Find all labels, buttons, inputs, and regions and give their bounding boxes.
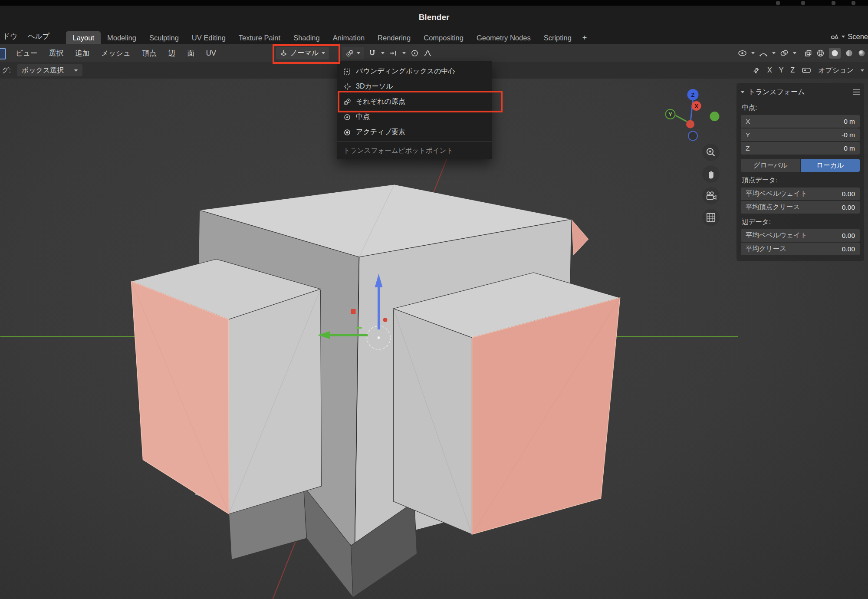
snap-target-icon[interactable] <box>389 49 398 57</box>
menu-select[interactable]: 選択 <box>49 49 63 58</box>
tab-modeling[interactable]: Modeling <box>101 31 143 44</box>
selected-face-sliver[interactable] <box>572 220 589 255</box>
camera-view-icon[interactable] <box>702 187 720 204</box>
field-value: 0.00 <box>842 204 855 211</box>
tab-compositing[interactable]: Compositing <box>417 31 470 44</box>
chevron-down-icon[interactable] <box>793 52 796 54</box>
scene-selector[interactable]: Scene <box>830 32 868 41</box>
median-point-icon <box>343 113 351 121</box>
mean-vertex-crease-field[interactable]: 平均頂点クリース 0.00 <box>741 201 860 214</box>
material-icon[interactable] <box>845 49 853 57</box>
menu-vertex[interactable]: 頂点 <box>142 49 157 58</box>
tab-scripting[interactable]: Scripting <box>537 31 578 44</box>
system-tray-icon[interactable] <box>776 1 780 5</box>
tool-settings-right: X Y Z オプション <box>752 66 864 75</box>
copy-icon[interactable] <box>804 49 812 57</box>
menu-item-individual-origins[interactable]: それぞれの原点 <box>337 94 492 109</box>
nav-z-label: Z <box>691 92 695 98</box>
edge-mean-crease-field[interactable]: 平均クリース 0.00 <box>741 243 860 255</box>
system-tray-icon[interactable] <box>832 1 835 5</box>
mirror-y-button[interactable]: Y <box>779 66 784 74</box>
menu-mesh[interactable]: メッシュ <box>101 49 131 58</box>
chevron-down-icon <box>322 52 325 54</box>
menu-item-median-point[interactable]: 中点 <box>337 109 492 125</box>
menu-uv[interactable]: UV <box>206 49 216 57</box>
add-workspace-button[interactable]: + <box>578 31 592 44</box>
tab-layout[interactable]: Layout <box>66 31 101 44</box>
tab-uv-editing[interactable]: UV Editing <box>185 31 232 44</box>
wireframe-icon[interactable] <box>816 49 825 57</box>
nav-ball-x-neg[interactable] <box>686 120 694 128</box>
options-dropdown[interactable]: オプション <box>818 66 854 75</box>
tab-animation[interactable]: Animation <box>326 31 371 44</box>
chevron-down-icon[interactable] <box>861 69 864 72</box>
viewport-menus: ビュー 選択 追加 メッシュ 頂点 辺 面 UV <box>16 44 216 62</box>
menu-edge[interactable]: 辺 <box>168 49 176 58</box>
tab-shading[interactable]: Shading <box>287 31 326 44</box>
magnet-icon[interactable] <box>368 49 376 57</box>
solid-shading-active[interactable] <box>829 48 841 59</box>
gizmo-arc-icon[interactable] <box>759 50 768 57</box>
overlay-spheres-icon[interactable] <box>780 49 789 57</box>
system-tray-icon[interactable] <box>852 1 855 5</box>
field-value: 0.00 <box>842 232 855 240</box>
edge-mean-bevel-weight-field[interactable]: 平均ベベルウェイト 0.00 <box>741 229 860 242</box>
mirror-icon[interactable] <box>752 66 760 75</box>
median-y-field[interactable]: Y -0 m <box>741 128 860 141</box>
falloff-curve-icon[interactable] <box>424 49 432 57</box>
menu-separator <box>337 142 492 142</box>
menu-face[interactable]: 面 <box>187 49 194 58</box>
grid-ortho-icon[interactable] <box>702 209 720 226</box>
topbar: ドウ ヘルプ Layout Modeling Sculpting UV Edit… <box>0 29 868 44</box>
tab-sculpting[interactable]: Sculpting <box>143 31 185 44</box>
chevron-down-icon[interactable] <box>381 52 385 54</box>
menu-help[interactable]: ヘルプ <box>28 32 50 41</box>
chevron-down-icon[interactable] <box>402 52 406 54</box>
menu-view[interactable]: ビュー <box>16 49 37 58</box>
menu-item-bounding-box-center[interactable]: バウンディングボックスの中心 <box>337 64 492 79</box>
menu-window[interactable]: ドウ <box>3 32 17 41</box>
menu-item-3d-cursor[interactable]: 3Dカーソル <box>337 79 492 94</box>
chevron-down-icon <box>741 91 744 93</box>
nav-ball-z-neg[interactable] <box>688 132 697 141</box>
proportional-editing-icon[interactable] <box>411 49 419 57</box>
editor-type-icon[interactable] <box>0 48 6 59</box>
transform-panel-header[interactable]: トランスフォーム <box>741 85 860 99</box>
snap-widget-icon[interactable] <box>802 66 811 74</box>
tab-rendering[interactable]: Rendering <box>371 31 417 44</box>
menu-item-label: それぞれの原点 <box>356 97 405 106</box>
mirror-x-button[interactable]: X <box>767 66 772 74</box>
global-button[interactable]: グローバル <box>741 159 800 172</box>
panel-menu-icon[interactable] <box>853 89 860 90</box>
nav-gizmo[interactable]: Y Z X <box>666 89 720 141</box>
menu-footer-label: トランスフォームピボットポイント <box>337 144 492 158</box>
cursor-3d-icon <box>343 83 351 91</box>
mirror-z-button[interactable]: Z <box>790 66 795 74</box>
zoom-icon[interactable] <box>702 144 720 161</box>
chevron-down-icon[interactable] <box>772 52 776 54</box>
gizmo-x-handle[interactable] <box>383 318 388 322</box>
gizmo-x-plane-handle[interactable] <box>351 309 356 314</box>
system-tray-icon[interactable] <box>801 1 805 5</box>
pan-hand-icon[interactable] <box>702 165 720 183</box>
local-button[interactable]: ローカル <box>801 159 860 172</box>
select-mode-dropdown[interactable]: ボックス選択 <box>17 64 83 76</box>
transform-orientation-dropdown[interactable]: ノーマル <box>276 47 329 59</box>
chevron-down-icon[interactable] <box>751 52 755 54</box>
eye-icon[interactable] <box>738 50 747 56</box>
mean-bevel-weight-field[interactable]: 平均ベベルウェイト 0.00 <box>741 188 860 200</box>
nav-ball-y-neg[interactable] <box>710 112 720 121</box>
menu-add[interactable]: 追加 <box>75 49 89 58</box>
field-label: 平均頂点クリース <box>746 203 800 212</box>
median-x-field[interactable]: X 0 m <box>741 115 860 128</box>
field-label: 平均ベベルウェイト <box>746 231 807 240</box>
median-z-field[interactable]: Z 0 m <box>741 142 860 155</box>
menu-item-active-element[interactable]: アクティブ要素 <box>337 125 492 140</box>
scene-label: Scene <box>848 33 868 41</box>
tab-texture-paint[interactable]: Texture Paint <box>232 31 287 44</box>
transform-panel: トランスフォーム 中点: X 0 m Y -0 m Z 0 m グロー <box>736 83 864 261</box>
median-fields: X 0 m Y -0 m Z 0 m <box>741 115 860 155</box>
tab-geometry-nodes[interactable]: Geometry Nodes <box>470 31 537 44</box>
pivot-point-dropdown[interactable] <box>342 47 364 59</box>
rendered-icon[interactable] <box>858 49 866 57</box>
